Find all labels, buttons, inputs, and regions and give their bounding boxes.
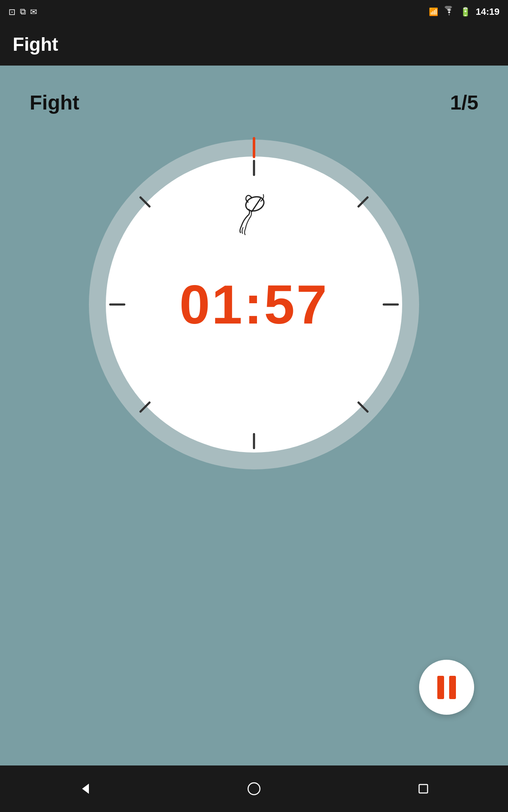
status-left-icons: ⊡ ⧉ ✉	[8, 7, 37, 17]
svg-rect-4	[419, 785, 428, 793]
tick-3	[383, 304, 399, 306]
fight-label: Fight	[30, 91, 79, 114]
battery-icon: 🔋	[460, 7, 471, 17]
pause-bar-left	[437, 676, 444, 699]
notification-icon-2: ⧉	[20, 7, 26, 16]
wifi-icon	[443, 6, 455, 18]
nav-bar	[0, 765, 508, 812]
back-button[interactable]	[68, 772, 102, 806]
status-right-icons: 📶 🔋 14:19	[429, 6, 500, 18]
clock-status: 14:19	[476, 6, 500, 17]
pause-icon	[437, 676, 456, 699]
notification-icon-3: ✉	[30, 7, 37, 17]
timer-display: 01:57	[179, 273, 329, 336]
svg-point-3	[248, 783, 260, 795]
home-button[interactable]	[237, 772, 271, 806]
pause-bar-right	[449, 676, 456, 699]
svg-marker-2	[82, 784, 89, 794]
top-indicator	[253, 137, 255, 158]
svg-point-1	[244, 194, 266, 213]
status-bar: ⊡ ⧉ ✉ 📶 🔋 14:19	[0, 0, 508, 23]
recents-button[interactable]	[406, 772, 440, 806]
notification-icon-1: ⊡	[8, 7, 16, 17]
clock-container: 01:57	[89, 140, 419, 469]
main-content: Fight 1/5	[0, 66, 508, 765]
app-bar-title: Fight	[13, 34, 58, 55]
tick-6	[253, 433, 255, 449]
tick-9	[109, 304, 125, 306]
app-bar: Fight	[0, 23, 508, 66]
round-info-row: Fight 1/5	[17, 82, 491, 123]
pause-button[interactable]	[419, 660, 474, 715]
boxing-glove-icon	[224, 186, 284, 254]
sim-icon: 📶	[429, 7, 438, 16]
tick-12	[253, 160, 255, 176]
round-counter: 1/5	[450, 91, 478, 114]
